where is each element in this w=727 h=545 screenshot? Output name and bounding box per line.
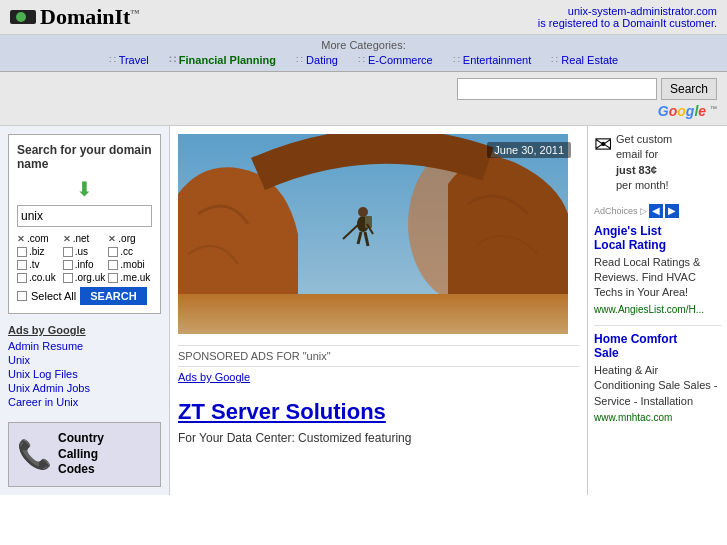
google-search-button[interactable]: Search [661, 78, 717, 100]
email-icon: ✉ [594, 132, 612, 158]
nav-link-dating[interactable]: Dating [296, 54, 338, 67]
sponsored-ads-label: SPONSORED ADS FOR "unix" [178, 345, 579, 367]
right-ad-2-url: www.mnhtac.com [594, 412, 721, 423]
ad-nav: ◀ ▶ [649, 204, 679, 218]
svg-point-5 [358, 207, 368, 217]
google-logo: Google ™ [658, 103, 717, 119]
site-logo[interactable]: DomainIt™ [40, 4, 139, 30]
hero-date: June 30, 2011 [487, 142, 571, 158]
country-codes-box[interactable]: 📞 Country Calling Codes [8, 422, 161, 487]
domain-arrow-icon: ⬇ [17, 177, 152, 201]
google-search-row: Search Google ™ [0, 72, 727, 126]
site-header: DomainIt™ unix-system-administrator.com … [0, 0, 727, 35]
right-ad-1-title[interactable]: Angie's List Local Rating [594, 224, 721, 252]
google-search-wrap: Search [457, 78, 717, 100]
right-ad-1-desc: Read Local Ratings & Reviews. Find HVAC … [594, 255, 721, 301]
right-ad-2[interactable]: Home Comfort Sale Heating & Air Conditio… [594, 332, 721, 423]
tld-org[interactable]: ✕ .org [108, 233, 152, 244]
right-ad-1[interactable]: Angie's List Local Rating Read Local Rat… [594, 224, 721, 315]
tld-com[interactable]: ✕ .com [17, 233, 61, 244]
left-sidebar: Search for your domain name ⬇ ✕ .com ✕ .… [0, 126, 170, 495]
nav-link-real-estate[interactable]: Real Estate [551, 54, 618, 67]
phone-icon: 📞 [17, 438, 52, 471]
tld-org-uk[interactable]: .org.uk [63, 272, 107, 283]
tld-grid: ✕ .com ✕ .net ✕ .org .biz .us [17, 233, 152, 283]
tld-us[interactable]: .us [63, 246, 107, 257]
ads-by-google-title: Ads by Google [8, 324, 161, 336]
tld-co-uk[interactable]: .co.uk [17, 272, 61, 283]
nav-bar: More Categories: Travel Financial Planni… [0, 35, 727, 72]
select-all-row: Select All SEARCH [17, 287, 152, 305]
tld-tv[interactable]: .tv [17, 259, 61, 270]
tld-info[interactable]: .info [63, 259, 107, 270]
tld-net[interactable]: ✕ .net [63, 233, 107, 244]
logo-dot [16, 12, 26, 22]
select-all-checkbox[interactable] [17, 291, 27, 301]
svg-rect-3 [178, 294, 568, 334]
ad-link-admin-resume[interactable]: Admin Resume [8, 340, 161, 352]
email-promo-text: Get custom email for just 83¢ per month! [616, 132, 672, 194]
google-search-input[interactable] [457, 78, 657, 100]
ad-link-unix-log-files[interactable]: Unix Log Files [8, 368, 161, 380]
ad-choices-label: AdChoices [594, 206, 638, 216]
ad-nav-next-button[interactable]: ▶ [665, 204, 679, 218]
nav-link-financial-planning[interactable]: Financial Planning [169, 54, 276, 67]
country-codes-text: Country Calling Codes [58, 431, 104, 478]
right-ad-2-title[interactable]: Home Comfort Sale [594, 332, 721, 360]
domain-search-input[interactable] [17, 205, 152, 227]
main-ad-title[interactable]: ZT Server Solutions [178, 399, 579, 425]
hero-image-wrap: June 30, 2011 [178, 134, 579, 337]
nav-link-ecommerce[interactable]: E-Commerce [358, 54, 433, 67]
main-layout: Search for your domain name ⬇ ✕ .com ✕ .… [0, 126, 727, 495]
right-ad-2-desc: Heating & Air Conditioning Sale Sales - … [594, 363, 721, 409]
tld-me-uk[interactable]: .me.uk [108, 272, 152, 283]
domain-search-title: Search for your domain name [17, 143, 152, 171]
domain-search-box: Search for your domain name ⬇ ✕ .com ✕ .… [8, 134, 161, 314]
right-sidebar: ✉ Get custom email for just 83¢ per mont… [587, 126, 727, 495]
nav-title: More Categories: [10, 39, 717, 51]
logo-icon-box [10, 10, 36, 24]
tld-mobi[interactable]: .mobi [108, 259, 152, 270]
center-content: June 30, 2011 SPONSORED ADS FOR "unix" A… [170, 126, 587, 495]
domain-search-button[interactable]: SEARCH [80, 287, 146, 305]
nav-links: Travel Financial Planning Dating E-Comme… [10, 54, 717, 67]
hero-landscape-svg [178, 134, 568, 334]
ad-choices-bar: AdChoices ▷ ◀ ▶ [594, 204, 721, 218]
tld-cc[interactable]: .cc [108, 246, 152, 257]
select-all-label: Select All [31, 290, 76, 302]
right-ad-1-url: www.AngiesList.com/H... [594, 304, 721, 315]
logo-area: DomainIt™ [10, 4, 139, 30]
registered-notice: unix-system-administrator.com is registe… [538, 5, 717, 29]
ad-link-unix-admin-jobs[interactable]: Unix Admin Jobs [8, 382, 161, 394]
main-ad-box[interactable]: ZT Server Solutions For Your Data Center… [178, 399, 579, 445]
email-promo[interactable]: ✉ Get custom email for just 83¢ per mont… [594, 132, 721, 194]
left-ads-section: Ads by Google Admin Resume Unix Unix Log… [8, 324, 161, 408]
ads-by-google-center[interactable]: Ads by Google [178, 371, 579, 383]
ad-link-career-in-unix[interactable]: Career in Unix [8, 396, 161, 408]
main-ad-desc: For Your Data Center: Customized featuri… [178, 431, 579, 445]
ad-choices-icon: ▷ [640, 206, 647, 216]
ads-links: Admin Resume Unix Unix Log Files Unix Ad… [8, 340, 161, 408]
nav-link-travel[interactable]: Travel [109, 54, 149, 67]
ad-nav-prev-button[interactable]: ◀ [649, 204, 663, 218]
ad-divider [594, 325, 721, 326]
ad-link-unix[interactable]: Unix [8, 354, 161, 366]
nav-link-entertainment[interactable]: Entertainment [453, 54, 532, 67]
tld-biz[interactable]: .biz [17, 246, 61, 257]
